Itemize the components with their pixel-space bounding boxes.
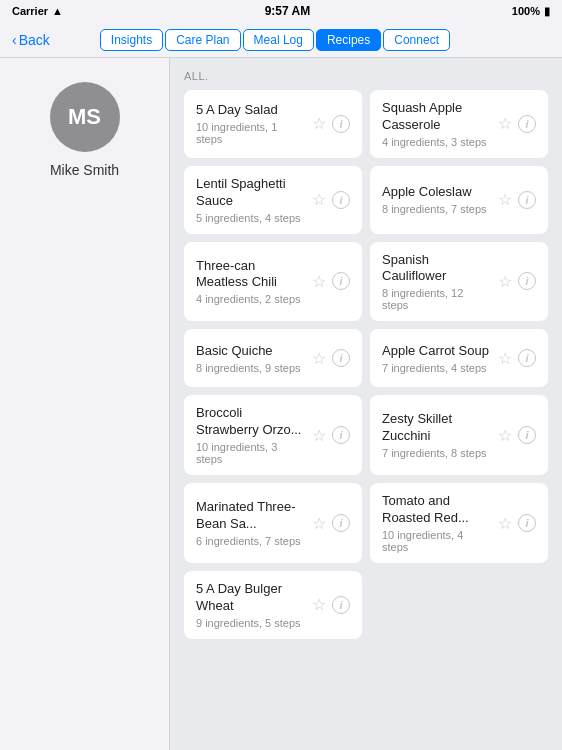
status-left: Carrier ▲ — [12, 5, 63, 17]
info-icon-9[interactable]: i — [332, 426, 350, 444]
recipe-card-2[interactable]: Squash Apple Casserole 4 ingredients, 3 … — [370, 90, 548, 158]
star-icon-3[interactable]: ☆ — [312, 190, 326, 209]
recipe-name-7: Basic Quiche — [196, 343, 306, 360]
recipe-actions-12: ☆ i — [498, 514, 536, 533]
recipe-info-2: Squash Apple Casserole 4 ingredients, 3 … — [382, 100, 492, 148]
star-icon-6[interactable]: ☆ — [498, 272, 512, 291]
status-right: 100% ▮ — [512, 5, 550, 18]
star-icon-11[interactable]: ☆ — [312, 514, 326, 533]
recipe-card-3[interactable]: Lentil Spaghetti Sauce 5 ingredients, 4 … — [184, 166, 362, 234]
sidebar: MS Mike Smith — [0, 58, 170, 750]
recipe-info-5: Three-can Meatless Chili 4 ingredients, … — [196, 258, 306, 306]
info-icon-11[interactable]: i — [332, 514, 350, 532]
tab-recipes[interactable]: Recipes — [316, 29, 381, 51]
nav-tabs: Insights Care Plan Meal Log Recipes Conn… — [100, 29, 450, 51]
back-chevron-icon: ‹ — [12, 32, 17, 48]
recipe-info-4: Apple Coleslaw 8 ingredients, 7 steps — [382, 184, 492, 215]
status-bar: Carrier ▲ 9:57 AM 100% ▮ — [0, 0, 562, 22]
recipe-meta-8: 7 ingredients, 4 steps — [382, 362, 492, 374]
recipe-actions-10: ☆ i — [498, 426, 536, 445]
recipe-info-6: Spanish Cauliflower 8 ingredients, 12 st… — [382, 252, 492, 312]
avatar: MS — [50, 82, 120, 152]
star-icon-9[interactable]: ☆ — [312, 426, 326, 445]
star-icon-5[interactable]: ☆ — [312, 272, 326, 291]
recipe-name-6: Spanish Cauliflower — [382, 252, 492, 286]
recipe-card-13[interactable]: 5 A Day Bulger Wheat 9 ingredients, 5 st… — [184, 571, 362, 639]
avatar-initials: MS — [68, 104, 101, 130]
info-icon-13[interactable]: i — [332, 596, 350, 614]
recipe-card-12[interactable]: Tomato and Roasted Red... 10 ingredients… — [370, 483, 548, 563]
info-icon-4[interactable]: i — [518, 191, 536, 209]
recipe-name-12: Tomato and Roasted Red... — [382, 493, 492, 527]
star-icon-1[interactable]: ☆ — [312, 114, 326, 133]
recipe-info-11: Marinated Three-Bean Sa... 6 ingredients… — [196, 499, 306, 547]
recipe-meta-13: 9 ingredients, 5 steps — [196, 617, 306, 629]
section-label: ALL. — [184, 70, 548, 82]
recipe-meta-7: 8 ingredients, 9 steps — [196, 362, 306, 374]
tab-insights[interactable]: Insights — [100, 29, 163, 51]
content-area: ALL. 5 A Day Salad 10 ingredients, 1 ste… — [170, 58, 562, 750]
recipe-card-10[interactable]: Zesty Skillet Zucchini 7 ingredients, 8 … — [370, 395, 548, 475]
star-icon-10[interactable]: ☆ — [498, 426, 512, 445]
recipe-name-10: Zesty Skillet Zucchini — [382, 411, 492, 445]
recipe-name-1: 5 A Day Salad — [196, 102, 306, 119]
recipe-card-1[interactable]: 5 A Day Salad 10 ingredients, 1 steps ☆ … — [184, 90, 362, 158]
tab-meal-log[interactable]: Meal Log — [243, 29, 314, 51]
recipe-card-11[interactable]: Marinated Three-Bean Sa... 6 ingredients… — [184, 483, 362, 563]
user-name: Mike Smith — [50, 162, 119, 178]
recipe-card-5[interactable]: Three-can Meatless Chili 4 ingredients, … — [184, 242, 362, 322]
info-icon-12[interactable]: i — [518, 514, 536, 532]
recipe-info-13: 5 A Day Bulger Wheat 9 ingredients, 5 st… — [196, 581, 306, 629]
recipe-actions-11: ☆ i — [312, 514, 350, 533]
recipe-meta-2: 4 ingredients, 3 steps — [382, 136, 492, 148]
recipe-actions-9: ☆ i — [312, 426, 350, 445]
star-icon-13[interactable]: ☆ — [312, 595, 326, 614]
recipe-card-4[interactable]: Apple Coleslaw 8 ingredients, 7 steps ☆ … — [370, 166, 548, 234]
recipe-card-9[interactable]: Broccoli Strawberry Orzo... 10 ingredien… — [184, 395, 362, 475]
recipe-actions-5: ☆ i — [312, 272, 350, 291]
recipe-info-8: Apple Carrot Soup 7 ingredients, 4 steps — [382, 343, 492, 374]
info-icon-6[interactable]: i — [518, 272, 536, 290]
recipe-card-6[interactable]: Spanish Cauliflower 8 ingredients, 12 st… — [370, 242, 548, 322]
recipe-name-2: Squash Apple Casserole — [382, 100, 492, 134]
star-icon-12[interactable]: ☆ — [498, 514, 512, 533]
tab-connect[interactable]: Connect — [383, 29, 450, 51]
wifi-icon: ▲ — [52, 5, 63, 17]
recipe-card-7[interactable]: Basic Quiche 8 ingredients, 9 steps ☆ i — [184, 329, 362, 387]
tab-care-plan[interactable]: Care Plan — [165, 29, 240, 51]
info-icon-7[interactable]: i — [332, 349, 350, 367]
recipe-actions-6: ☆ i — [498, 272, 536, 291]
recipe-info-12: Tomato and Roasted Red... 10 ingredients… — [382, 493, 492, 553]
recipe-info-7: Basic Quiche 8 ingredients, 9 steps — [196, 343, 306, 374]
status-time: 9:57 AM — [265, 4, 311, 18]
battery-label: 100% — [512, 5, 540, 17]
recipe-meta-6: 8 ingredients, 12 steps — [382, 287, 492, 311]
recipe-actions-4: ☆ i — [498, 190, 536, 209]
carrier-label: Carrier — [12, 5, 48, 17]
star-icon-2[interactable]: ☆ — [498, 114, 512, 133]
battery-icon: ▮ — [544, 5, 550, 18]
recipe-grid: 5 A Day Salad 10 ingredients, 1 steps ☆ … — [184, 90, 548, 639]
recipe-meta-10: 7 ingredients, 8 steps — [382, 447, 492, 459]
info-icon-8[interactable]: i — [518, 349, 536, 367]
recipe-meta-1: 10 ingredients, 1 steps — [196, 121, 306, 145]
recipe-actions-3: ☆ i — [312, 190, 350, 209]
star-icon-4[interactable]: ☆ — [498, 190, 512, 209]
main-layout: MS Mike Smith ALL. 5 A Day Salad 10 ingr… — [0, 58, 562, 750]
info-icon-2[interactable]: i — [518, 115, 536, 133]
recipe-card-8[interactable]: Apple Carrot Soup 7 ingredients, 4 steps… — [370, 329, 548, 387]
info-icon-10[interactable]: i — [518, 426, 536, 444]
recipe-info-3: Lentil Spaghetti Sauce 5 ingredients, 4 … — [196, 176, 306, 224]
recipe-meta-5: 4 ingredients, 2 steps — [196, 293, 306, 305]
recipe-meta-4: 8 ingredients, 7 steps — [382, 203, 492, 215]
back-button[interactable]: ‹ Back — [12, 32, 50, 48]
info-icon-1[interactable]: i — [332, 115, 350, 133]
recipe-name-11: Marinated Three-Bean Sa... — [196, 499, 306, 533]
info-icon-3[interactable]: i — [332, 191, 350, 209]
recipe-info-1: 5 A Day Salad 10 ingredients, 1 steps — [196, 102, 306, 145]
star-icon-7[interactable]: ☆ — [312, 349, 326, 368]
back-label: Back — [19, 32, 50, 48]
info-icon-5[interactable]: i — [332, 272, 350, 290]
recipe-name-3: Lentil Spaghetti Sauce — [196, 176, 306, 210]
star-icon-8[interactable]: ☆ — [498, 349, 512, 368]
